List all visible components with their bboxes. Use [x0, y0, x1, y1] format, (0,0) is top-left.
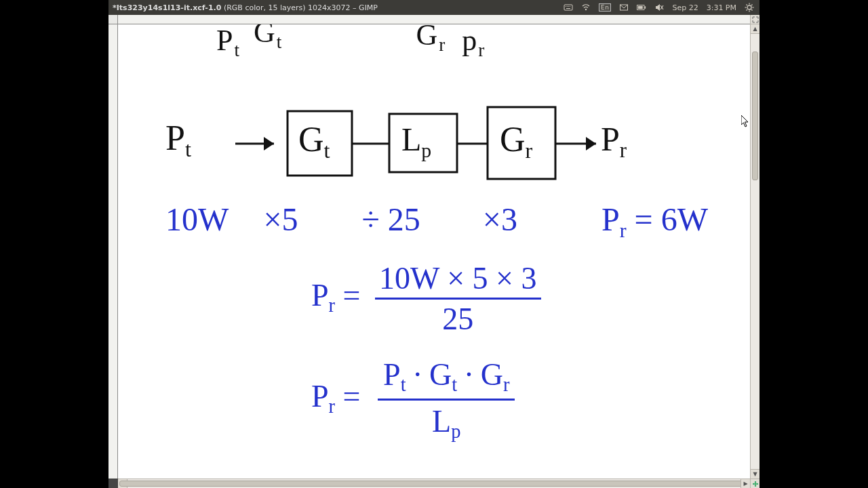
header-vars: Pt Gt Gr pr [216, 24, 486, 61]
canvas-row: Pt Gt Gr pr [108, 15, 760, 488]
canvas-viewport[interactable]: Pt Gt Gr pr [118, 24, 750, 479]
navigation-corner-icon[interactable] [750, 479, 760, 488]
calc-div25: ÷ 25 [362, 201, 420, 237]
header-Gt: Gt [254, 24, 283, 53]
svg-point-13 [747, 5, 751, 9]
clock-date[interactable]: Sep 22 [672, 3, 698, 12]
battery-icon[interactable] [637, 3, 646, 12]
top-panel: *Its323y14s1l13-it.xcf-1.0 (RGB color, 1… [108, 0, 760, 15]
eq-numeric: Pr = 10W × 5 × 3 25 [311, 260, 541, 337]
scroll-down-button[interactable]: ▼ [751, 469, 760, 479]
gimp-image-window: Pt Gt Gr pr [108, 15, 760, 488]
canvas-wrap: Pt Gt Gr pr [108, 15, 760, 488]
title-mode: (RGB color, 15 layers) [224, 3, 306, 12]
eq1-den: 25 [375, 300, 540, 337]
svg-rect-0 [564, 5, 572, 10]
calc-result: Pr = 6W [601, 201, 708, 237]
flow-Pr: Pr [601, 119, 627, 163]
svg-line-20 [751, 5, 753, 6]
svg-line-19 [751, 9, 753, 11]
svg-line-21 [747, 9, 748, 11]
canvas-page[interactable]: Pt Gt Gr pr [118, 24, 750, 479]
vertical-ruler[interactable] [108, 24, 118, 479]
vertical-scrollbar[interactable]: ▲ ▼ [750, 24, 760, 479]
calc-10w: 10W [165, 201, 228, 237]
flow-Pt: Pt [165, 118, 191, 162]
svg-rect-3 [568, 6, 569, 7]
wifi-icon[interactable] [581, 3, 591, 12]
svg-rect-5 [566, 8, 570, 9]
eq1-lhs: Pr = [311, 278, 361, 312]
title-dims: 1024x3072 [308, 3, 351, 12]
header-Pr: pr [462, 24, 486, 57]
calc-x3: ×3 [483, 201, 517, 237]
ruler-origin-corner[interactable] [108, 15, 118, 24]
session-gear-icon[interactable] [745, 3, 754, 12]
input-language-indicator[interactable]: En [599, 3, 611, 12]
header-Gr: Gr [416, 24, 446, 56]
horizontal-scrollbar[interactable]: ◀ ▶ [118, 479, 750, 488]
horizontal-scroll-thumb[interactable] [119, 481, 749, 487]
eq2-num: Pt · Gt · Gr [378, 357, 515, 401]
svg-point-6 [585, 9, 587, 10]
zoom-fit-button[interactable] [750, 15, 760, 24]
eq-symbolic: Pr = Pt · Gt · Gr Lp [311, 357, 515, 443]
mail-icon[interactable] [619, 3, 629, 12]
screen: *Its323y14s1l13-it.xcf-1.0 (RGB color, 1… [0, 0, 868, 488]
flow-box1-label: Gt [298, 119, 330, 163]
calc-x5: ×5 [263, 201, 298, 237]
indicator-area: En Sep 22 3:31 PM [564, 3, 760, 12]
eq1-num: 10W × 5 × 3 [375, 260, 540, 300]
window-title: *Its323y14s1l13-it.xcf-1.0 (RGB color, 1… [108, 3, 564, 12]
header-Pt: Pt [216, 24, 241, 57]
scroll-up-button[interactable]: ▲ [751, 24, 760, 34]
svg-rect-4 [570, 6, 570, 7]
eq2-den: Lp [378, 401, 515, 443]
svg-line-18 [747, 5, 748, 6]
svg-rect-2 [567, 6, 568, 7]
scroll-right-button[interactable]: ▶ [741, 479, 750, 488]
flow-diagram [155, 99, 644, 187]
flow-box3-label: Gr [500, 119, 532, 163]
title-app: – GIMP [353, 3, 378, 12]
calc-line: 10W ×5 ÷ 25 ×3 Pr = 6W [165, 201, 722, 242]
horizontal-ruler[interactable] [118, 15, 750, 24]
svg-rect-1 [566, 6, 566, 7]
svg-rect-9 [645, 6, 646, 9]
clock-time[interactable]: 3:31 PM [707, 3, 736, 12]
volume-mute-icon[interactable] [654, 3, 664, 12]
title-filename: *Its323y14s1l13-it.xcf-1.0 [113, 3, 221, 12]
flow-box2-label: Lp [401, 121, 431, 162]
keyboard-icon[interactable] [564, 3, 573, 12]
vertical-scroll-thumb[interactable] [752, 52, 758, 180]
svg-rect-10 [638, 6, 643, 9]
eq2-lhs: Pr = [311, 379, 361, 413]
